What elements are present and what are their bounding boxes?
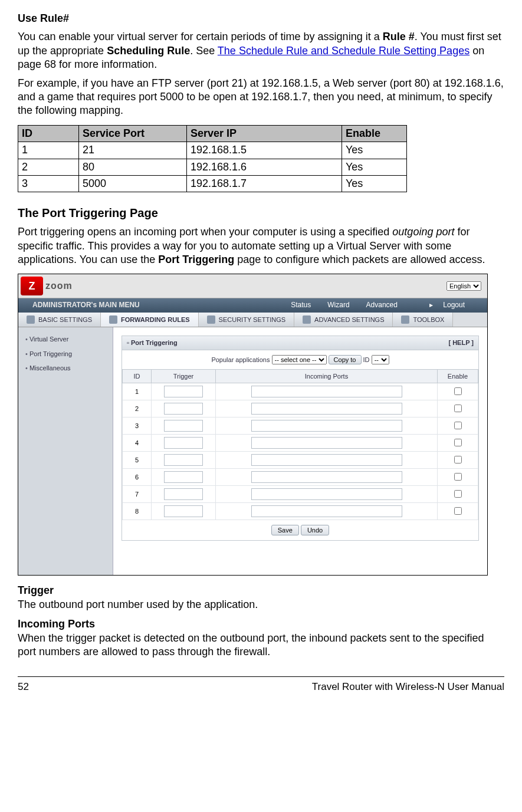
tab-toolbox[interactable]: TOOLBOX (393, 313, 453, 327)
tab-security-settings[interactable]: SECURITY SETTINGS (199, 313, 294, 327)
nav-status[interactable]: Status (291, 301, 311, 310)
popular-apps-select[interactable]: -- select one -- (272, 355, 327, 364)
sidebar-item-port-triggering[interactable]: Port Triggering (18, 347, 113, 361)
port-trigger-grid: ID Trigger Incoming Ports Enable 1 2 3 4… (122, 369, 478, 520)
cell: Yes (342, 159, 407, 175)
cell: 192.168.1.5 (187, 142, 342, 159)
table-row: 1 21 192.168.1.5 Yes (18, 142, 407, 159)
cell: 21 (79, 142, 187, 159)
para-pt-desc: Port triggering opens an incoming port w… (18, 225, 504, 267)
row-id: 2 (123, 400, 152, 417)
language-select[interactable]: English (447, 281, 481, 291)
page-footer: 52 Travel Router with Wireless-N User Ma… (18, 676, 504, 693)
sidebar-item-virtual-server[interactable]: Virtual Server (18, 332, 113, 346)
row-id: 3 (123, 417, 152, 434)
ss-mainbar: ADMINISTRATOR's MAIN MENU Status Wizard … (18, 298, 487, 313)
col-trigger: Trigger (152, 369, 216, 383)
cell: Yes (342, 175, 407, 192)
text: You can enable your virtual server for c… (18, 31, 383, 42)
cell: Yes (342, 142, 407, 159)
enable-checkbox[interactable] (454, 507, 462, 515)
ss-tabs: BASIC SETTINGS FORWARDING RULES SECURITY… (18, 313, 487, 327)
footer-title: Travel Router with Wireless-N User Manua… (312, 680, 504, 693)
cell: 2 (18, 159, 79, 175)
zoom-logo-icon: Z (21, 277, 43, 295)
para-trigger-desc: The outbound port number used by the app… (18, 598, 504, 612)
trigger-input[interactable] (164, 420, 203, 432)
incoming-input[interactable] (251, 488, 402, 500)
para-example: For example, if you have an FTP server (… (18, 77, 504, 118)
enable-checkbox[interactable] (454, 422, 462, 429)
ss-main: ▫ Port Triggering [ HELP ] Popular appli… (113, 327, 487, 575)
undo-button[interactable]: Undo (301, 525, 329, 535)
id-select[interactable]: -- (372, 355, 389, 364)
enable-checkbox[interactable] (454, 387, 462, 395)
incoming-input[interactable] (251, 403, 402, 415)
cell: 192.168.1.7 (187, 175, 342, 192)
heading-incoming-ports: Incoming Ports (18, 617, 504, 631)
incoming-input[interactable] (251, 454, 402, 466)
nav-advanced[interactable]: Advanced (366, 301, 398, 310)
row-id: 7 (123, 485, 152, 502)
grid-row: 8 (123, 502, 478, 520)
row-id: 8 (123, 502, 152, 520)
nav-wizard[interactable]: Wizard (327, 301, 349, 310)
sidebar-item-miscellaneous[interactable]: Miscellaneous (18, 361, 113, 375)
incoming-input[interactable] (251, 505, 402, 517)
toolbox-icon (401, 315, 409, 324)
mapping-table: ID Service Port Server IP Enable 1 21 19… (18, 125, 407, 193)
enable-checkbox[interactable] (454, 490, 462, 498)
save-button[interactable]: Save (271, 525, 299, 535)
ui-port-triggering: Port Triggering (158, 254, 234, 265)
tab-advanced-settings[interactable]: ADVANCED SETTINGS (294, 313, 393, 327)
row-id: 6 (123, 468, 152, 485)
id-label: ID (363, 356, 370, 363)
panel-header: ▫ Port Triggering [ HELP ] (122, 336, 478, 350)
trigger-input[interactable] (164, 471, 203, 483)
ss-panel: ▫ Port Triggering [ HELP ] Popular appli… (122, 336, 479, 541)
cell: 5000 (79, 175, 187, 192)
grid-row: 2 (123, 400, 478, 417)
cell: 3 (18, 175, 79, 192)
cell: 1 (18, 142, 79, 159)
nav-logout[interactable]: ▸ Logout (429, 301, 473, 310)
page-number: 52 (18, 680, 29, 693)
grid-row: 7 (123, 485, 478, 502)
trigger-input[interactable] (164, 437, 203, 449)
advanced-icon (303, 315, 311, 324)
zoom-logo-text: zoom (45, 280, 73, 292)
ss-sidebar: Virtual Server Port Triggering Miscellan… (18, 327, 113, 575)
tab-basic-settings[interactable]: BASIC SETTINGS (18, 313, 101, 327)
tab-forwarding-rules[interactable]: FORWARDING RULES (101, 313, 199, 327)
grid-row: 4 (123, 434, 478, 451)
trigger-input[interactable] (164, 403, 203, 415)
popular-apps-label: Popular applications (211, 356, 270, 363)
ui-sched-rule: Scheduling Rule (107, 45, 190, 57)
grid-row: 1 (123, 383, 478, 400)
row-id: 5 (123, 451, 152, 468)
heading-use-rule: Use Rule# (18, 12, 504, 25)
trigger-input[interactable] (164, 454, 203, 466)
popular-apps-row: Popular applications -- select one -- Co… (122, 350, 478, 369)
cell: 192.168.1.6 (187, 159, 342, 175)
incoming-input[interactable] (251, 386, 402, 397)
incoming-input[interactable] (251, 420, 402, 432)
help-link[interactable]: [ HELP ] (448, 338, 474, 347)
enable-checkbox[interactable] (454, 456, 462, 463)
trigger-input[interactable] (164, 488, 203, 500)
row-id: 1 (123, 383, 152, 400)
enable-checkbox[interactable] (454, 405, 462, 412)
trigger-input[interactable] (164, 386, 203, 397)
link-schedule-rule[interactable]: The Schedule Rule and Schedule Rule Sett… (218, 45, 470, 57)
col-incoming: Incoming Ports (216, 369, 438, 383)
enable-checkbox[interactable] (454, 473, 462, 481)
incoming-input[interactable] (251, 471, 402, 483)
ss-logo: Z zoom (18, 277, 73, 295)
grid-row: 3 (123, 417, 478, 434)
trigger-input[interactable] (164, 505, 203, 517)
incoming-input[interactable] (251, 437, 402, 449)
para-incoming-desc: When the trigger packet is detected on t… (18, 632, 504, 659)
copy-to-button[interactable]: Copy to (329, 355, 362, 364)
enable-checkbox[interactable] (454, 439, 462, 446)
router-ui-screenshot: Z zoom English ADMINISTRATOR's MAIN MENU… (18, 274, 488, 576)
